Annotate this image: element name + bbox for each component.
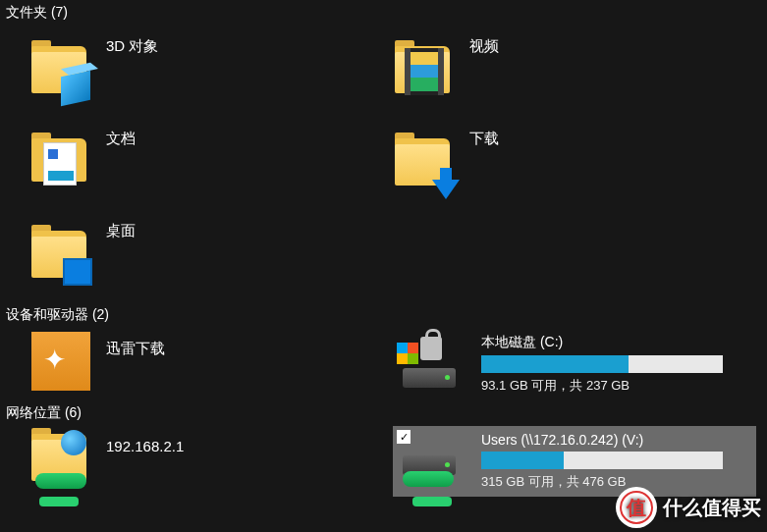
folder-videos-icon xyxy=(393,40,456,103)
devices-grid: ✦ 迅雷下载 本地磁盘 (C:) 93.1 GB 可用，共 237 GB xyxy=(0,328,767,400)
network-location-1[interactable]: 192.168.2.1 xyxy=(29,426,393,493)
drive-usage-fill xyxy=(481,452,564,469)
drive-usage-bar xyxy=(481,355,723,373)
folder-desktop-icon xyxy=(29,225,92,288)
folder-3d-objects[interactable]: 3D 对象 xyxy=(29,26,393,118)
drive-subtext: 93.1 GB 可用，共 237 GB xyxy=(481,377,723,395)
network-folder-icon xyxy=(29,428,92,491)
section-folders-header[interactable]: 文件夹 (7) xyxy=(0,0,767,26)
network-drive-info: Users (\\172.16.0.242) (V:) 315 GB 可用，共 … xyxy=(481,432,752,491)
section-devices-header[interactable]: 设备和驱动器 (2) xyxy=(0,302,767,328)
folder-3d-icon xyxy=(29,40,92,103)
folder-label: 3D 对象 xyxy=(106,37,158,56)
network-drive-icon xyxy=(397,434,467,489)
drive-c[interactable]: 本地磁盘 (C:) 93.1 GB 可用，共 237 GB xyxy=(393,328,756,400)
watermark-badge-icon: 值 xyxy=(616,487,657,528)
drive-title: Users (\\172.16.0.242) (V:) xyxy=(481,432,723,448)
folder-downloads[interactable]: 下载 xyxy=(393,118,756,210)
folder-documents-icon xyxy=(29,133,92,195)
device-label: 迅雷下载 xyxy=(106,340,165,358)
drive-c-icon xyxy=(397,337,467,392)
watermark: 值 什么值得买 xyxy=(616,487,761,528)
folders-grid: 3D 对象 视频 文档 下载 桌面 xyxy=(0,26,767,302)
device-xunlei[interactable]: ✦ 迅雷下载 xyxy=(29,328,393,395)
drive-usage-bar xyxy=(481,452,723,469)
network-label: 192.168.2.1 xyxy=(106,438,184,454)
folder-desktop[interactable]: 桌面 xyxy=(29,210,393,302)
folder-downloads-icon xyxy=(393,133,456,195)
xunlei-icon: ✦ xyxy=(29,330,92,393)
folder-label: 桌面 xyxy=(106,222,136,240)
drive-title: 本地磁盘 (C:) xyxy=(481,334,723,351)
drive-c-info: 本地磁盘 (C:) 93.1 GB 可用，共 237 GB xyxy=(481,334,752,395)
folder-documents[interactable]: 文档 xyxy=(29,118,393,210)
drive-usage-fill xyxy=(481,355,629,373)
folder-label: 文档 xyxy=(106,130,136,148)
folder-label: 下载 xyxy=(469,130,499,148)
watermark-text: 什么值得买 xyxy=(663,495,761,521)
folder-label: 视频 xyxy=(469,37,499,56)
folder-videos[interactable]: 视频 xyxy=(393,26,756,118)
section-network-header[interactable]: 网络位置 (6) xyxy=(0,400,767,426)
